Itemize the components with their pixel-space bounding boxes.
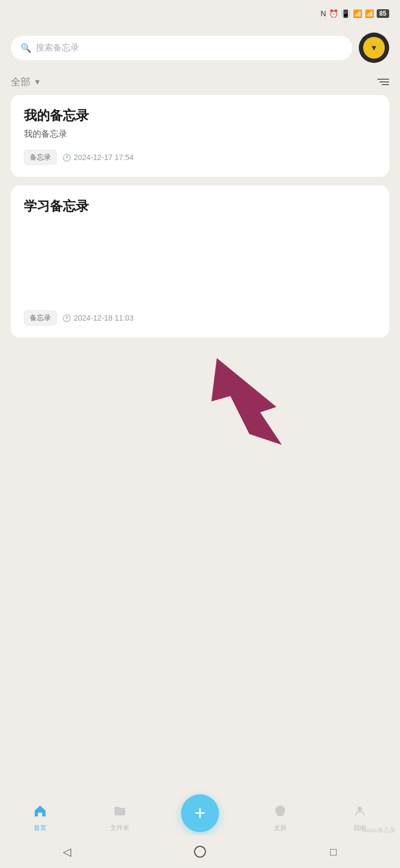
svg-rect-2	[278, 814, 283, 816]
note-tag-2: 备忘录	[24, 310, 57, 326]
bottom-nav: 首页 文件夹 + 皮肤 我的	[0, 799, 400, 835]
search-placeholder: 搜索备忘录	[36, 42, 79, 54]
note-card-2[interactable]: 学习备忘录 备忘录 🕐 2024-12-18 11:03	[11, 186, 389, 337]
note-datetime-2: 2024-12-18 11:03	[74, 314, 134, 322]
status-bar: N ⏰ 📳 📶 📶 85	[0, 0, 400, 27]
battery-indicator: 85	[377, 9, 389, 18]
sys-home-icon	[194, 846, 206, 858]
nav-item-home[interactable]: 首页	[18, 804, 62, 833]
filter-left[interactable]: 全部 ▼	[11, 75, 41, 88]
nav-item-fab[interactable]: +	[178, 805, 222, 832]
filter-label: 全部	[11, 75, 30, 88]
vibrate-icon: 📳	[341, 9, 350, 18]
sort-line-2	[379, 81, 389, 82]
nav-label-skin: 皮肤	[274, 824, 287, 833]
sort-line-1	[377, 79, 389, 80]
sort-line-3	[382, 84, 389, 85]
skin-icon	[273, 804, 287, 821]
search-bar[interactable]: 🔍 搜索备忘录	[11, 36, 352, 60]
note-datetime-1: 2024-12-17 17:54	[74, 153, 134, 162]
nfc-icon: N	[321, 9, 326, 18]
note-time-2: 🕐 2024-12-18 11:03	[62, 314, 134, 322]
svg-point-3	[358, 807, 362, 811]
status-icons: N ⏰ 📳 📶 📶 85	[321, 9, 389, 18]
fab-add-button[interactable]: +	[181, 794, 219, 832]
filter-bar: 全部 ▼	[0, 71, 400, 95]
home-icon	[33, 804, 47, 821]
sys-back-button[interactable]: ◁	[53, 838, 80, 865]
chevron-down-icon: ▼	[370, 43, 378, 52]
plus-icon: +	[194, 803, 205, 823]
avatar-button[interactable]: ▼	[359, 33, 389, 63]
notes-list: 我的备忘录 我的备忘录 备忘录 🕐 2024-12-17 17:54 学习备忘录…	[0, 95, 400, 337]
svg-marker-1	[211, 358, 282, 445]
sys-recent-button[interactable]: □	[320, 838, 347, 865]
folder-icon	[113, 804, 127, 821]
note-title-1: 我的备忘录	[24, 107, 376, 124]
nav-item-skin[interactable]: 皮肤	[259, 804, 302, 833]
note-title-2: 学习备忘录	[24, 197, 376, 215]
note-time-1: 🕐 2024-12-17 17:54	[62, 153, 134, 162]
wifi-icon: 📶	[353, 9, 362, 18]
signal-icon: 📶	[365, 9, 374, 18]
alarm-icon: ⏰	[329, 9, 338, 18]
sys-home-button[interactable]	[186, 838, 214, 865]
note-tag-1: 备忘录	[24, 150, 57, 165]
filter-chevron-icon: ▼	[34, 78, 41, 86]
note-card-1[interactable]: 我的备忘录 我的备忘录 备忘录 🕐 2024-12-17 17:54	[11, 95, 389, 177]
sys-nav-bar: ◁ □	[0, 835, 400, 868]
avatar-inner: ▼	[363, 37, 385, 59]
note-footer-1: 备忘录 🕐 2024-12-17 17:54	[24, 150, 376, 165]
nav-label-folder: 文件夹	[110, 824, 130, 833]
search-icon: 🔍	[21, 43, 31, 53]
clock-icon-1: 🕐	[62, 154, 71, 162]
watermark: Baidu备忘录	[363, 826, 396, 834]
nav-item-folder[interactable]: 文件夹	[98, 804, 141, 833]
search-area: 🔍 搜索备忘录 ▼	[0, 27, 400, 71]
nav-label-home: 首页	[34, 824, 47, 833]
note-preview-1: 我的备忘录	[24, 129, 376, 140]
arrow-annotation	[152, 336, 314, 445]
recent-icon: □	[330, 846, 337, 858]
sort-button[interactable]	[377, 79, 389, 85]
note-footer-2: 备忘录 🕐 2024-12-18 11:03	[24, 310, 376, 326]
clock-icon-2: 🕐	[62, 314, 71, 322]
person-icon	[353, 804, 367, 821]
back-icon: ◁	[63, 845, 71, 858]
